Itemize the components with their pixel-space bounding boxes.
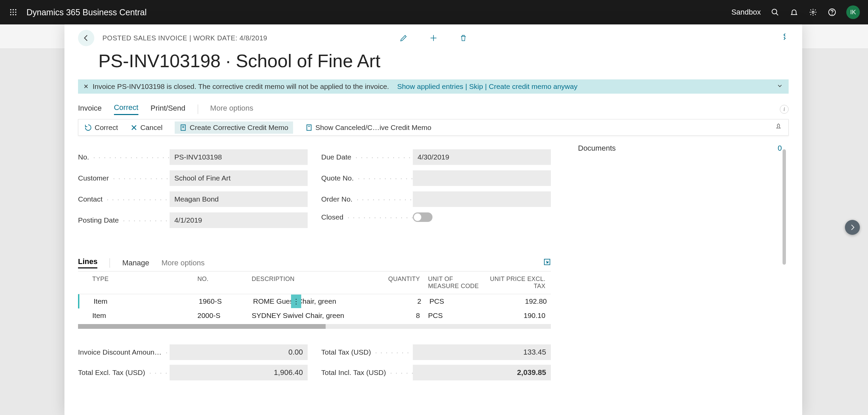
label-total-incl-tax: Total Incl. Tax (USD)	[321, 369, 413, 377]
edit-icon[interactable]	[398, 33, 409, 43]
svg-point-11	[812, 11, 814, 13]
factbox-documents[interactable]: Documents 0	[578, 144, 782, 153]
show-applied-entries-link[interactable]: Show applied entries	[397, 82, 463, 90]
vertical-scrollbar[interactable]	[783, 136, 786, 385]
notification-bar: ✕ Invoice PS-INV103198 is closed. The co…	[78, 79, 789, 94]
record-panel: POSTED SALES INVOICE | WORK DATE: 4/8/20…	[64, 24, 802, 415]
svg-point-0	[10, 9, 12, 11]
horizontal-scrollbar[interactable]	[78, 324, 551, 329]
action-cancel[interactable]: Cancel	[130, 124, 162, 132]
top-nav-bar: Dynamics 365 Business Central Sandbox IK	[0, 0, 868, 24]
svg-point-5	[15, 12, 17, 13]
col-no[interactable]: NO.	[193, 276, 248, 290]
svg-point-4	[13, 12, 14, 13]
user-avatar[interactable]: IK	[846, 5, 860, 19]
svg-point-7	[13, 14, 14, 16]
close-notification-icon[interactable]: ✕	[83, 83, 89, 90]
label-customer: Customer	[78, 174, 170, 182]
lines-grid: TYPE NO. DESCRIPTION QUANTITY UNIT OF ME…	[78, 271, 551, 329]
action-show-canceled-credit-memo[interactable]: Show Canceled/C…ive Credit Memo	[305, 124, 431, 132]
label-total-tax: Total Tax (USD)	[321, 348, 413, 356]
factbox-toggle-icon[interactable]: i	[780, 105, 789, 114]
svg-line-10	[776, 13, 778, 15]
factbox-documents-label: Documents	[578, 144, 616, 153]
notifications-icon[interactable]	[789, 7, 799, 17]
lines-manage[interactable]: Manage	[122, 259, 149, 267]
skip-link[interactable]: Skip	[469, 82, 483, 90]
notification-chevron-icon[interactable]	[776, 82, 783, 91]
pin-icon[interactable]	[775, 123, 782, 132]
field-customer: School of Fine Art	[170, 170, 308, 186]
factbox-documents-count: 0	[778, 144, 782, 153]
line-row[interactable]: Item ⋮ 1960-S ROME Guest Chair, green 2 …	[78, 294, 551, 308]
svg-point-8	[15, 14, 17, 16]
field-contact: Meagan Bond	[170, 191, 308, 207]
svg-point-2	[15, 9, 17, 11]
val-total-tax: 133.45	[413, 344, 551, 360]
page-title: PS-INV103198 · School of Fine Art	[64, 50, 802, 71]
action-create-corrective-credit-memo[interactable]: Create Corrective Credit Memo	[175, 121, 293, 134]
tab-correct[interactable]: Correct	[114, 103, 138, 115]
settings-gear-icon[interactable]	[808, 7, 818, 17]
lines-expand-icon[interactable]	[543, 258, 551, 268]
field-posting-date: 4/1/2019	[170, 212, 308, 228]
app-launcher-icon[interactable]	[8, 7, 18, 17]
line-row[interactable]: Item 2000-S SYDNEY Swivel Chair, green 8…	[78, 308, 551, 323]
create-credit-memo-anyway-link[interactable]: Create credit memo anyway	[489, 82, 577, 90]
tab-invoice[interactable]: Invoice	[78, 104, 102, 115]
val-invoice-discount: 0.00	[170, 344, 308, 360]
back-button[interactable]	[78, 30, 94, 46]
field-order-no	[413, 191, 551, 207]
val-total-incl-tax: 2,039.85	[413, 365, 551, 380]
row-menu-icon[interactable]: ⋮	[291, 295, 301, 308]
svg-point-6	[10, 14, 12, 16]
label-total-excl-tax: Total Excl. Tax (USD)	[78, 369, 170, 377]
collapse-icon[interactable]	[780, 33, 789, 42]
col-type[interactable]: TYPE	[78, 276, 193, 290]
label-no: No.	[78, 153, 170, 161]
next-record-button[interactable]	[845, 220, 860, 235]
col-unit-price[interactable]: UNIT PRICE EXCL. TAX	[485, 276, 549, 290]
col-uom[interactable]: UNIT OF MEASURE CODE	[424, 276, 485, 290]
notification-text: Invoice PS-INV103198 is closed. The corr…	[93, 82, 389, 91]
col-quantity[interactable]: QUANTITY	[366, 276, 424, 290]
breadcrumb: POSTED SALES INVOICE | WORK DATE: 4/8/20…	[102, 34, 267, 42]
label-due-date: Due Date	[321, 153, 413, 161]
label-invoice-discount: Invoice Discount Amoun…	[78, 348, 170, 356]
svg-point-13	[832, 14, 832, 15]
svg-point-1	[13, 9, 14, 11]
tab-divider	[198, 105, 198, 114]
tab-more-options[interactable]: More options	[210, 104, 253, 115]
new-icon[interactable]	[428, 33, 439, 43]
label-quote-no: Quote No.	[321, 174, 413, 182]
svg-point-9	[772, 9, 777, 14]
delete-icon[interactable]	[458, 33, 469, 43]
product-brand: Dynamics 365 Business Central	[26, 7, 731, 17]
val-total-excl-tax: 1,906.40	[170, 365, 308, 380]
field-due-date: 4/30/2019	[413, 149, 551, 165]
label-contact: Contact	[78, 195, 170, 203]
label-posting-date: Posting Date	[78, 216, 170, 224]
help-icon[interactable]	[827, 7, 837, 17]
label-order-no: Order No.	[321, 195, 413, 203]
field-quote-no	[413, 170, 551, 186]
search-icon[interactable]	[770, 7, 780, 17]
svg-rect-21	[307, 125, 311, 130]
lines-more-options[interactable]: More options	[161, 259, 205, 267]
label-closed: Closed	[321, 213, 413, 221]
tab-lines[interactable]: Lines	[78, 257, 97, 268]
action-correct[interactable]: Correct	[84, 124, 118, 132]
col-description[interactable]: DESCRIPTION	[248, 276, 366, 290]
svg-point-3	[10, 12, 12, 13]
field-no: PS-INV103198	[170, 149, 308, 165]
tab-print-send[interactable]: Print/Send	[151, 104, 186, 115]
toggle-closed[interactable]	[413, 212, 432, 222]
environment-badge: Sandbox	[731, 8, 761, 17]
